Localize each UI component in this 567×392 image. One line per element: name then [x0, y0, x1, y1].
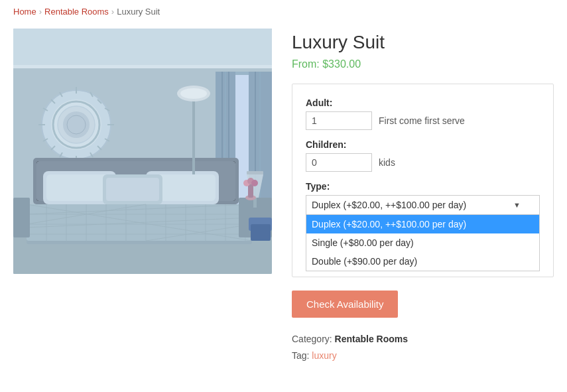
type-selected-value: Duplex (+$20.00, ++$100.00 per day)	[312, 200, 466, 210]
tag-link[interactable]: luxury	[312, 350, 336, 361]
breadcrumb-parent[interactable]: Rentable Rooms	[44, 7, 109, 17]
tag-row: Tag: luxury	[292, 348, 554, 364]
children-hint: kids	[379, 157, 395, 168]
children-label: Children:	[306, 139, 540, 150]
room-image-svg	[13, 29, 272, 274]
room-price: From: $330.00	[292, 58, 554, 70]
type-option-duplex[interactable]: Duplex (+$20.00, ++$100.00 per day)	[306, 215, 539, 233]
breadcrumb-sep-2: ›	[111, 7, 114, 17]
type-row: Type: Duplex (+$20.00, ++$100.00 per day…	[306, 181, 540, 215]
breadcrumb-home[interactable]: Home	[13, 7, 36, 17]
svg-point-75	[251, 180, 258, 186]
category-label: Category:	[292, 334, 332, 344]
type-dropdown[interactable]: Duplex (+$20.00, ++$100.00 per day) ▼ Du…	[306, 195, 540, 215]
children-input[interactable]	[306, 153, 372, 172]
svg-rect-1	[13, 29, 272, 68]
type-label: Type:	[306, 181, 540, 192]
breadcrumb-sep-1: ›	[39, 7, 42, 17]
category-value: Rentable Rooms	[335, 334, 408, 344]
adult-row: Adult: First come first serve	[306, 98, 540, 130]
adult-hint: First come first serve	[379, 115, 465, 126]
type-dropdown-list: Duplex (+$20.00, ++$100.00 per day) Sing…	[306, 215, 540, 271]
dropdown-arrow-icon: ▼	[513, 201, 521, 209]
check-availability-button[interactable]: Check Availability	[292, 291, 398, 318]
meta-info: Category: Rentable Rooms Tag: luxury	[292, 331, 554, 364]
room-image	[13, 29, 272, 274]
svg-rect-72	[248, 184, 253, 198]
svg-rect-78	[192, 95, 195, 174]
breadcrumb: Home › Rentable Rooms › Luxury Suit	[13, 7, 554, 17]
booking-form: Adult: First come first serve Children: …	[292, 84, 554, 277]
svg-rect-77	[251, 224, 271, 241]
room-title: Luxury Suit	[292, 32, 554, 53]
adult-input-row: First come first serve	[306, 111, 540, 130]
svg-rect-70	[13, 198, 30, 237]
breadcrumb-current: Luxury Suit	[117, 7, 160, 17]
svg-rect-44	[106, 178, 159, 201]
main-content: Luxury Suit From: $330.00 Adult: First c…	[13, 29, 554, 364]
svg-point-80	[180, 88, 207, 99]
tag-label: Tag:	[292, 350, 309, 361]
room-details: Luxury Suit From: $330.00 Adult: First c…	[292, 29, 554, 364]
children-row: Children: kids	[306, 139, 540, 172]
category-row: Category: Rentable Rooms	[292, 331, 554, 348]
type-dropdown-display[interactable]: Duplex (+$20.00, ++$100.00 per day) ▼	[306, 195, 540, 215]
type-option-single[interactable]: Single (+$80.00 per day)	[306, 233, 539, 252]
adult-input[interactable]	[306, 111, 372, 130]
type-option-double[interactable]: Double (+$90.00 per day)	[306, 252, 539, 271]
children-input-row: kids	[306, 153, 540, 172]
svg-rect-67	[247, 171, 263, 174]
adult-label: Adult:	[306, 98, 540, 108]
